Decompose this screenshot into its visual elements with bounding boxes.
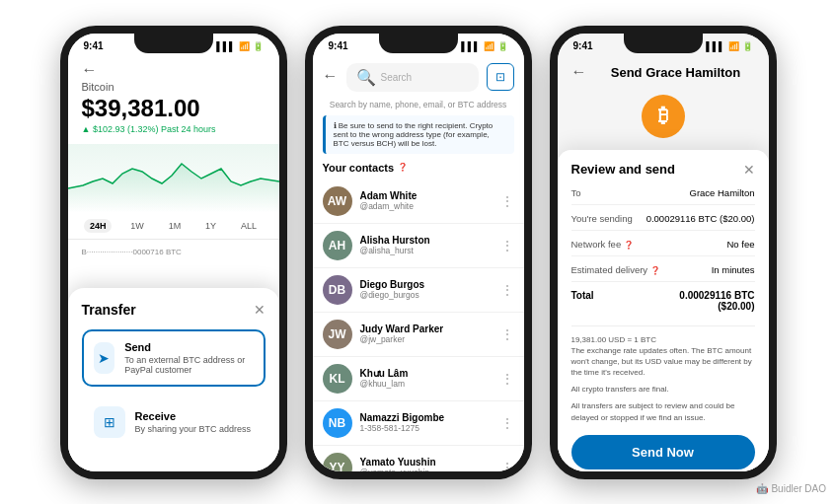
phone-2: 9:41 ▌▌▌ 📶 🔋 ← 🔍 Search ⊡ Search by name…	[305, 26, 532, 479]
contact-item-7[interactable]: YY Yamato Yuushin @yamato_yuushin ⋮	[313, 446, 524, 471]
contact-info-6: Namazzi Bigombe 1-358-581-1275	[360, 412, 493, 433]
contact-name-3: Diego Burgos	[360, 279, 493, 290]
more-icon-3[interactable]: ⋮	[500, 282, 514, 298]
contact-avatar-1: AW	[323, 186, 352, 216]
filter-1w[interactable]: 1W	[124, 219, 150, 233]
contact-info-3: Diego Burgos @diego_burgos	[360, 279, 493, 300]
receive-option-text: Receive By sharing your BTC address	[135, 410, 252, 434]
send-option-text: Send To an external BTC address or PayPa…	[124, 341, 253, 375]
contact-item-5[interactable]: KL Khưu Lâm @khuu_lam ⋮	[313, 357, 524, 401]
battery-icon-2: 🔋	[497, 41, 508, 51]
phone-3-screen: ← Send Grace Hamilton ₿ Review and send …	[558, 55, 769, 471]
info-banner: ℹ Be sure to send to the right recipient…	[323, 115, 514, 154]
receive-icon: ⊞	[94, 406, 125, 438]
contact-item-2[interactable]: AH Alisha Hurston @alisha_hurst ⋮	[313, 224, 524, 268]
bitcoin-label: Bitcoin	[82, 81, 266, 93]
btc-address-row: B·····················0000716 BTC	[68, 240, 279, 264]
contact-info-2: Alisha Hurston @alisha_hurst	[360, 235, 493, 255]
send-option[interactable]: ➤ Send To an external BTC address or Pay…	[82, 329, 266, 387]
screenshot-container: 9:41 ▌▌▌ 📶 🔋 ← Bitcoin $39,381.00 ▲ $102…	[0, 0, 836, 504]
filter-all[interactable]: ALL	[235, 219, 263, 233]
bitcoin-change: ▲ $102.93 (1.32%) Past 24 hours	[82, 124, 266, 134]
watermark-text: Buidler DAO	[771, 483, 826, 494]
contact-item-4[interactable]: JW Judy Ward Parker @jw_parker ⋮	[313, 313, 524, 357]
phone-1-screen: ← Bitcoin $39,381.00 ▲ $102.93 (1.32%) P…	[68, 55, 279, 471]
more-icon-7[interactable]: ⋮	[500, 460, 514, 471]
fee-value: No fee	[727, 239, 755, 250]
btc-coin-icon: ₿	[642, 95, 685, 138]
contact-item-6[interactable]: NB Namazzi Bigombe 1-358-581-1275 ⋮	[313, 401, 524, 446]
status-bar-2: 9:41 ▌▌▌ 📶 🔋	[313, 34, 524, 55]
contact-info-4: Judy Ward Parker @jw_parker	[360, 324, 493, 344]
sheet-title: Transfer	[82, 302, 136, 318]
back-arrow-1[interactable]: ←	[82, 61, 266, 79]
review-sheet-title: Review and send	[571, 162, 675, 177]
contact-avatar-5: KL	[323, 364, 352, 394]
review-row-fee: Network fee ❓ No fee	[571, 239, 755, 256]
disclaimer-1: 19,381.00 USD = 1 BTC The exchange rate …	[571, 334, 755, 379]
contacts-list: AW Adam White @adam_white ⋮ AH Alisha Hu…	[313, 180, 524, 471]
transfer-sheet: Transfer ✕ ➤ Send To an external BTC add…	[68, 288, 279, 471]
close-button[interactable]: ✕	[254, 302, 266, 318]
bitcoin-price: $39,381.00	[82, 95, 266, 122]
to-value: Grace Hamilton	[690, 187, 755, 198]
search-hint: Search by name, phone, email, or BTC add…	[313, 100, 524, 115]
contact-info-7: Yamato Yuushin @yamato_yuushin	[360, 457, 493, 471]
contact-item[interactable]: AW Adam White @adam_white ⋮	[313, 180, 524, 224]
back-arrow-2[interactable]: ←	[323, 67, 339, 85]
receive-desc: By sharing your BTC address	[135, 424, 252, 434]
review-row-total: Total 0.00029116 BTC($20.00)	[571, 290, 755, 318]
more-icon-1[interactable]: ⋮	[500, 193, 514, 209]
more-icon-6[interactable]: ⋮	[500, 415, 514, 431]
status-icons-3: ▌▌▌ 📶 🔋	[706, 41, 752, 51]
disclaimer-3: All transfers are subject to review and …	[571, 400, 755, 422]
filter-1y[interactable]: 1Y	[199, 219, 222, 233]
watermark: 🤖 Buidler DAO	[756, 483, 826, 494]
info-banner-text: Be sure to send to the right recipient. …	[334, 121, 494, 148]
fee-info-icon: ❓	[624, 241, 634, 250]
total-label: Total	[571, 290, 594, 301]
contact-handle-3: @diego_burgos	[360, 290, 493, 300]
review-header: ← Send Grace Hamilton	[558, 55, 769, 87]
total-value: 0.00029116 BTC($20.00)	[679, 290, 754, 312]
sheet-header: Transfer ✕	[82, 302, 266, 318]
delivery-info-icon: ❓	[650, 266, 660, 275]
send-now-button[interactable]: Send Now	[571, 435, 755, 469]
search-magnifier-icon: 🔍	[356, 68, 376, 87]
filter-24h[interactable]: 24H	[84, 219, 113, 233]
contact-handle-6: 1-358-581-1275	[360, 423, 493, 433]
signal-icon-3: ▌▌▌	[706, 41, 724, 51]
review-row-to: To Grace Hamilton	[571, 187, 755, 205]
recipient-section: ₿	[558, 87, 769, 150]
qr-button[interactable]: ⊡	[487, 63, 514, 91]
contact-name-7: Yamato Yuushin	[360, 457, 493, 468]
contact-info-5: Khưu Lâm @khuu_lam	[360, 368, 493, 389]
review-row-sending: You're sending 0.00029116 BTC ($20.00)	[571, 213, 755, 231]
contact-avatar-3: DB	[323, 275, 352, 305]
send-title: Send	[124, 341, 253, 353]
filter-1m[interactable]: 1M	[163, 219, 188, 233]
time-3: 9:41	[573, 40, 593, 51]
search-input-wrapper[interactable]: 🔍 Search	[346, 63, 479, 92]
more-icon-2[interactable]: ⋮	[500, 238, 514, 253]
info-icon-contacts: ❓	[398, 163, 408, 172]
more-icon-5[interactable]: ⋮	[500, 371, 514, 387]
phone-1: 9:41 ▌▌▌ 📶 🔋 ← Bitcoin $39,381.00 ▲ $102…	[60, 26, 287, 479]
more-icon-4[interactable]: ⋮	[500, 326, 514, 342]
delivery-value: In minutes	[712, 264, 755, 275]
contact-item-3[interactable]: DB Diego Burgos @diego_burgos ⋮	[313, 268, 524, 313]
contact-name-5: Khưu Lâm	[360, 368, 493, 379]
status-icons-1: ▌▌▌ 📶 🔋	[216, 41, 263, 51]
contact-name-1: Adam White	[360, 190, 493, 201]
receive-option[interactable]: ⊞ Receive By sharing your BTC address	[82, 395, 266, 450]
search-placeholder: Search	[381, 72, 413, 83]
watermark-icon: 🤖	[756, 483, 768, 494]
wifi-icon-3: 📶	[728, 41, 739, 51]
send-desc: To an external BTC address or PayPal cus…	[124, 355, 253, 375]
bitcoin-chart	[68, 144, 279, 213]
contact-handle-7: @yamato_yuushin	[360, 468, 493, 471]
review-close-button[interactable]: ✕	[743, 162, 755, 178]
signal-icon-2: ▌▌▌	[461, 41, 480, 51]
back-arrow-3[interactable]: ←	[571, 63, 587, 81]
send-icon: ➤	[94, 342, 115, 374]
